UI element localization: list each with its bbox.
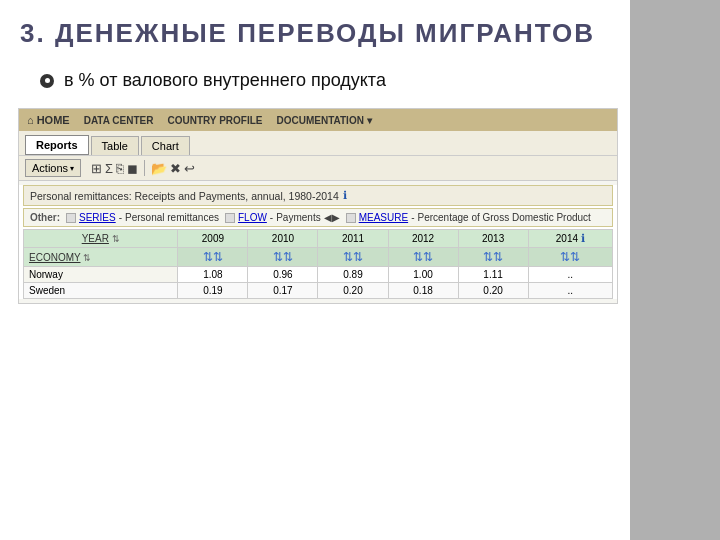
filter-label: Other: xyxy=(30,212,60,223)
measure-link[interactable]: MEASURE xyxy=(359,212,408,223)
measure-value: Percentage of Gross Domestic Product xyxy=(417,212,590,223)
data-table: YEAR ⇅ 2009 2010 2011 2012 2013 2014 ℹ E xyxy=(23,229,613,299)
table-row-norway: Norway 1.08 0.96 0.89 1.00 1.11 .. xyxy=(24,267,613,283)
subtitle-row: в % от валового внутреннего продукта xyxy=(40,70,386,91)
flow-nav-icon[interactable]: ◀▶ xyxy=(324,212,340,223)
content-panel: ⌂ HOME DATA CENTER COUNTRY PROFILE DOCUM… xyxy=(18,108,618,304)
col-2014: 2014 ℹ xyxy=(528,230,612,248)
series-link[interactable]: SERIES xyxy=(79,212,116,223)
year-link[interactable]: YEAR xyxy=(82,233,109,244)
sweden-2012: 0.18 xyxy=(388,283,458,299)
flow-box-icon xyxy=(225,213,235,223)
col-2014-info-icon[interactable]: ℹ xyxy=(581,232,585,244)
col-2009: 2009 xyxy=(178,230,248,248)
home-icon: ⌂ xyxy=(27,114,34,126)
subtitle-text: в % от валового внутреннего продукта xyxy=(64,70,386,91)
norway-2014: .. xyxy=(528,267,612,283)
norway-label: Norway xyxy=(24,267,178,283)
economy-label[interactable]: ECONOMY ⇅ xyxy=(24,248,178,267)
bullet-icon xyxy=(40,74,54,88)
flow-value: Payments xyxy=(276,212,320,223)
flow-link[interactable]: FLOW xyxy=(238,212,267,223)
tab-chart[interactable]: Chart xyxy=(141,136,190,155)
tabs-row: Reports Table Chart xyxy=(19,131,617,155)
col-2012: 2012 xyxy=(388,230,458,248)
copy-icon[interactable]: ⎘ xyxy=(116,161,124,176)
sweden-2010: 0.17 xyxy=(248,283,318,299)
economy-arrows-2010[interactable]: ⇅⇅ xyxy=(248,248,318,267)
norway-2010: 0.96 xyxy=(248,267,318,283)
measure-box-icon xyxy=(346,213,356,223)
actions-button[interactable]: Actions ▾ xyxy=(25,159,81,177)
flow-sep: - xyxy=(270,212,273,223)
open-icon[interactable]: 📂 xyxy=(151,161,167,176)
year-sort-icon: ⇅ xyxy=(112,234,120,244)
nav-home-label: HOME xyxy=(37,114,70,126)
economy-link[interactable]: ECONOMY xyxy=(29,252,81,263)
nav-country-profile[interactable]: COUNTRY PROFILE xyxy=(167,115,262,126)
nav-documentation[interactable]: DOCUMENTATION ▾ xyxy=(276,115,371,126)
nav-home[interactable]: ⌂ HOME xyxy=(27,114,70,126)
data-area: Personal remittances: Receipts and Payme… xyxy=(19,185,617,299)
norway-2009: 1.08 xyxy=(178,267,248,283)
tab-reports[interactable]: Reports xyxy=(25,135,89,155)
filter-measure-item: MEASURE - Percentage of Gross Domestic P… xyxy=(346,212,591,223)
economy-arrows-2012[interactable]: ⇅⇅ xyxy=(388,248,458,267)
data-title-row: Personal remittances: Receipts and Payme… xyxy=(23,185,613,206)
data-title-text: Personal remittances: Receipts and Payme… xyxy=(30,190,339,202)
sweden-label: Sweden xyxy=(24,283,178,299)
data-info-icon[interactable]: ℹ xyxy=(343,189,347,202)
sweden-2014: .. xyxy=(528,283,612,299)
col-2010: 2010 xyxy=(248,230,318,248)
toolbar-icons: ⊞ Σ ⎘ ◼ 📂 ✖ ↩ xyxy=(91,160,195,176)
slide-right-gray xyxy=(630,0,720,540)
undo-icon[interactable]: ↩ xyxy=(184,161,195,176)
toolbar-separator xyxy=(144,160,145,176)
norway-2011: 0.89 xyxy=(318,267,388,283)
toolbar-area: Reports Table Chart Actions ▾ ⊞ Σ ⎘ ◼ 📂 … xyxy=(19,131,617,181)
series-value: Personal remittances xyxy=(125,212,219,223)
series-sep: - xyxy=(119,212,122,223)
norway-2012: 1.00 xyxy=(388,267,458,283)
filter-flow-item: FLOW - Payments ◀▶ xyxy=(225,212,340,223)
actions-arrow-icon: ▾ xyxy=(70,164,74,173)
sweden-2011: 0.20 xyxy=(318,283,388,299)
table-row-sweden: Sweden 0.19 0.17 0.20 0.18 0.20 .. xyxy=(24,283,613,299)
grid-icon[interactable]: ⊞ xyxy=(91,161,102,176)
sweden-2013: 0.20 xyxy=(458,283,528,299)
economy-arrows-2013[interactable]: ⇅⇅ xyxy=(458,248,528,267)
filter-series-item: SERIES - Personal remittances xyxy=(66,212,219,223)
save-icon[interactable]: ◼ xyxy=(127,161,138,176)
nav-data-center[interactable]: DATA CENTER xyxy=(84,115,154,126)
series-box-icon xyxy=(66,213,76,223)
economy-arrows-2009[interactable]: ⇅⇅ xyxy=(178,248,248,267)
actions-row: Actions ▾ ⊞ Σ ⎘ ◼ 📂 ✖ ↩ xyxy=(19,155,617,180)
filter-row: Other: SERIES - Personal remittances FLO… xyxy=(23,208,613,227)
col-2011: 2011 xyxy=(318,230,388,248)
slide-title: 3. ДЕНЕЖНЫЕ ПЕРЕВОДЫ МИГРАНТОВ xyxy=(20,18,595,49)
sum-icon[interactable]: Σ xyxy=(105,161,113,176)
sweden-2009: 0.19 xyxy=(178,283,248,299)
norway-2013: 1.11 xyxy=(458,267,528,283)
nav-bar: ⌂ HOME DATA CENTER COUNTRY PROFILE DOCUM… xyxy=(19,109,617,131)
tab-table[interactable]: Table xyxy=(91,136,139,155)
col-2014-label: 2014 xyxy=(556,233,578,244)
economy-arrows-2011[interactable]: ⇅⇅ xyxy=(318,248,388,267)
actions-label: Actions xyxy=(32,162,68,174)
year-column-header[interactable]: YEAR ⇅ xyxy=(24,230,178,248)
economy-arrows-2014[interactable]: ⇅⇅ xyxy=(528,248,612,267)
economy-sort-icon: ⇅ xyxy=(83,253,91,263)
measure-sep: - xyxy=(411,212,414,223)
delete-icon[interactable]: ✖ xyxy=(170,161,181,176)
col-2013: 2013 xyxy=(458,230,528,248)
